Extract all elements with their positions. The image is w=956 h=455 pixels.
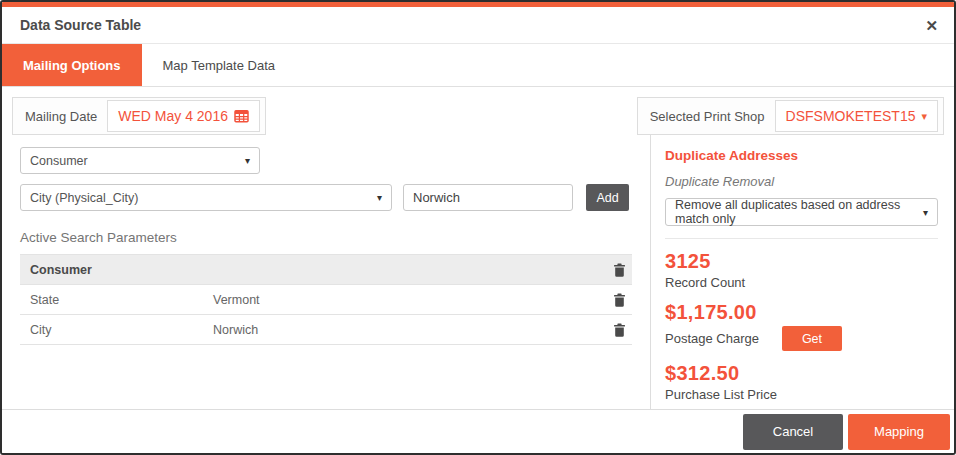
purchase-list-price-label: Purchase List Price: [665, 387, 777, 402]
chevron-down-icon: ▾: [377, 192, 382, 203]
record-count-stat: 3125 Record Count: [665, 250, 938, 290]
calendar-icon: [234, 109, 249, 123]
table-row: State Vermont: [20, 285, 632, 315]
tab-map-template-data-label: Map Template Data: [163, 58, 276, 73]
tab-mailing-options[interactable]: Mailing Options: [2, 44, 142, 86]
get-button[interactable]: Get: [782, 326, 842, 351]
category-select-value: Consumer: [30, 154, 88, 168]
columns: Consumer ▾ City (Physical_City) ▾ Add Ac…: [2, 135, 954, 433]
dialog-title: Data Source Table: [20, 17, 141, 33]
field-select[interactable]: City (Physical_City) ▾: [20, 184, 392, 211]
postage-charge-stat: $1,175.00 Postage Charge Get: [665, 301, 938, 351]
mailing-date-value: WED May 4 2016: [118, 108, 228, 124]
tab-mailing-options-label: Mailing Options: [23, 58, 121, 73]
print-shop-value: DSFSMOKETEST15: [786, 108, 916, 124]
duplicate-removal-value: Remove all duplicates based on address m…: [675, 198, 915, 226]
chevron-down-icon: ▾: [921, 110, 927, 123]
cancel-button[interactable]: Cancel: [743, 414, 843, 450]
delete-icon[interactable]: [606, 323, 632, 337]
delete-icon[interactable]: [606, 263, 632, 277]
param-name: City: [20, 323, 213, 337]
date-row: Mailing Date WED May 4 2016 Selected Pri…: [2, 87, 954, 135]
chevron-down-icon: ▾: [245, 155, 250, 166]
record-count-value: 3125: [665, 250, 938, 273]
mailing-options-panel: Mailing Date WED May 4 2016 Selected Pri…: [2, 87, 954, 412]
filter-value-input[interactable]: [403, 184, 573, 211]
param-name: State: [20, 293, 213, 307]
purchase-list-price-value: $312.50: [665, 362, 938, 385]
divider: [665, 238, 938, 239]
print-shop-dropdown[interactable]: DSFSMOKETEST15 ▾: [775, 100, 938, 132]
field-select-value: City (Physical_City): [30, 191, 138, 205]
tab-bar: Mailing Options Map Template Data: [2, 44, 954, 87]
print-shop-label: Selected Print Shop: [650, 109, 765, 124]
record-count-label: Record Count: [665, 275, 745, 290]
param-value: Norwich: [213, 323, 606, 337]
tab-map-template-data[interactable]: Map Template Data: [142, 44, 297, 86]
data-source-table-dialog: Data Source Table ✕ Mailing Options Map …: [0, 0, 956, 455]
mailing-date-label: Mailing Date: [25, 109, 97, 124]
mapping-button[interactable]: Mapping: [848, 414, 950, 450]
purchase-list-price-stat: $312.50 Purchase List Price: [665, 362, 938, 402]
duplicate-removal-select[interactable]: Remove all duplicates based on address m…: [665, 198, 938, 226]
group-header: Consumer: [20, 263, 213, 277]
filter-row: City (Physical_City) ▾ Add: [20, 184, 632, 211]
search-parameters-table: Consumer State Vermont: [20, 254, 632, 345]
close-icon[interactable]: ✕: [925, 18, 938, 33]
table-row: City Norwich: [20, 315, 632, 345]
print-shop-group: Selected Print Shop DSFSMOKETEST15 ▾: [637, 97, 944, 135]
mailing-date-group: Mailing Date WED May 4 2016: [12, 97, 266, 135]
duplicate-addresses-panel: Duplicate Addresses Duplicate Removal Re…: [650, 135, 954, 433]
postage-charge-value: $1,175.00: [665, 301, 938, 324]
mailing-date-field[interactable]: WED May 4 2016: [107, 100, 260, 132]
dialog-footer: Cancel Mapping: [2, 409, 954, 453]
search-builder-column: Consumer ▾ City (Physical_City) ▾ Add Ac…: [2, 135, 650, 433]
delete-icon[interactable]: [606, 293, 632, 307]
table-group-row: Consumer: [20, 255, 632, 285]
title-bar: Data Source Table ✕: [2, 7, 954, 44]
chevron-down-icon: ▾: [923, 207, 928, 218]
duplicate-removal-label: Duplicate Removal: [665, 174, 938, 189]
add-button[interactable]: Add: [586, 184, 629, 211]
category-select[interactable]: Consumer ▾: [20, 147, 260, 174]
active-search-parameters-heading: Active Search Parameters: [20, 230, 632, 245]
postage-charge-label: Postage Charge: [665, 331, 759, 346]
param-value: Vermont: [213, 293, 606, 307]
duplicate-addresses-heading: Duplicate Addresses: [665, 148, 938, 163]
